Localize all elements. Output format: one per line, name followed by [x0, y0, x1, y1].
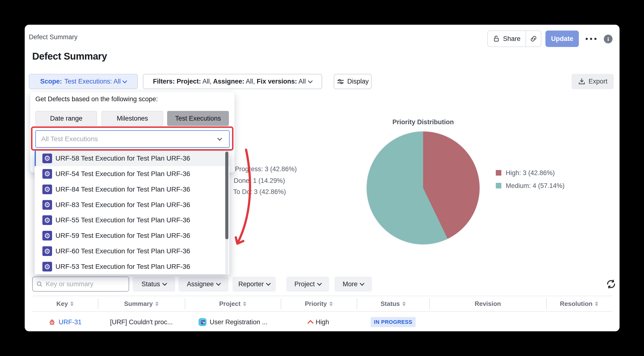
list-item[interactable]: ⚙URF-58 Test Execution for Test Plan URF… [35, 151, 229, 166]
cell-priority: High [281, 312, 357, 331]
more-filter-button[interactable]: More [334, 276, 372, 292]
list-item[interactable]: ⚙URF-60 Test Execution for Test Plan URF… [35, 244, 229, 259]
refresh-icon [606, 278, 617, 290]
project-avatar [198, 318, 207, 326]
status-legend-done: Done: 1 (14.29%) [234, 177, 285, 184]
priority-chart-title: Priority Distribution [367, 118, 480, 126]
list-item[interactable]: ⚙URF-59 Test Execution for Test Plan URF… [35, 228, 229, 244]
test-execution-options-list: ⚙URF-58 Test Execution for Test Plan URF… [35, 151, 229, 274]
scope-dropdown-button[interactable]: Scope: Test Executions: All [29, 74, 138, 89]
search-input[interactable] [45, 280, 119, 288]
test-execution-icon: ⚙ [42, 215, 52, 225]
copy-link-button[interactable] [526, 31, 541, 46]
display-button[interactable]: Display [334, 74, 372, 89]
table-header: Key Summary Project Priority Status Revi… [32, 296, 612, 312]
column-header-status[interactable]: Status [357, 296, 430, 311]
status-legend-in-progress: In Progress: 3 (42.86%) [228, 166, 297, 173]
project-filter-button[interactable]: Project [286, 276, 329, 292]
tab-milestones[interactable]: Milestones [102, 111, 163, 126]
list-item[interactable]: ⚙URF-83 Test Execution for Test Plan URF… [35, 197, 229, 213]
share-button-group: Share [487, 30, 541, 47]
annotation-highlight-box [31, 126, 234, 151]
sort-icon[interactable] [402, 302, 406, 306]
status-legend-todo: To Do: 3 (42.86%) [233, 188, 286, 196]
defects-table: Key Summary Project Priority Status Revi… [32, 296, 612, 331]
cell-resolution [546, 312, 612, 331]
list-item[interactable]: ⚙URF-55 Test Execution for Test Plan URF… [35, 213, 229, 228]
link-icon [530, 35, 537, 42]
more-menu-button[interactable] [582, 30, 600, 47]
test-execution-icon: ⚙ [42, 169, 52, 179]
unlock-icon [493, 35, 500, 42]
update-button[interactable]: Update [546, 30, 579, 47]
sort-icon[interactable] [155, 302, 159, 306]
test-execution-icon: ⚙ [42, 154, 52, 163]
assignee-filter-button[interactable]: Assignee [178, 276, 228, 292]
filters-fixversions-label: Fix versions: [255, 78, 297, 85]
cell-project: User Registration ... [185, 312, 281, 331]
tab-date-range[interactable]: Date range [35, 111, 97, 126]
tab-test-executions[interactable]: Test Executions [167, 111, 229, 126]
sort-icon[interactable] [243, 302, 246, 306]
sliders-icon [337, 78, 344, 86]
share-button[interactable]: Share [488, 31, 526, 46]
issue-key-link[interactable]: URF-31 [58, 318, 82, 326]
export-button[interactable]: Export [572, 74, 614, 89]
cell-status: IN PROGRESS [357, 312, 430, 331]
dot-icon [586, 38, 588, 40]
search-icon [36, 281, 43, 288]
filters-label: Filters: [153, 78, 175, 85]
filters-project-value: All, [201, 78, 212, 85]
reporter-filter-button[interactable]: Reporter [232, 276, 276, 292]
sort-icon[interactable] [330, 302, 333, 306]
sort-icon[interactable] [595, 302, 598, 306]
filters-assignee-label: Assignee: [212, 78, 244, 85]
chevron-down-icon [308, 78, 313, 83]
status-filter-button[interactable]: Status [133, 276, 175, 292]
status-badge: IN PROGRESS [370, 317, 416, 327]
list-item[interactable]: ⚙URF-84 Test Execution for Test Plan URF… [35, 182, 229, 197]
list-item[interactable]: ⚙URF-53 Test Execution for Test Plan URF… [35, 259, 229, 274]
export-label: Export [588, 78, 608, 85]
legend-swatch-medium [496, 183, 501, 188]
priority-high-icon [308, 320, 314, 326]
column-header-summary[interactable]: Summary [98, 296, 185, 311]
legend-label-medium: Medium: 4 (57.14%) [506, 182, 564, 190]
chevron-down-icon [216, 281, 221, 286]
test-execution-icon: ⚙ [42, 262, 52, 272]
filters-project-label: Project: [175, 78, 201, 85]
sort-icon[interactable] [70, 302, 74, 306]
share-label: Share [503, 35, 520, 42]
scope-label: Scope: [40, 78, 62, 85]
dot-icon [594, 38, 596, 40]
filters-fixversions-value: All [297, 78, 306, 85]
chevron-down-icon [360, 281, 364, 286]
column-header-project[interactable]: Project [185, 296, 281, 311]
column-header-priority[interactable]: Priority [281, 296, 357, 311]
column-header-resolution[interactable]: Resolution [546, 296, 612, 311]
screenshot-stage: Defect Summary Share Update i Defect Sum… [0, 0, 644, 356]
test-execution-icon: ⚙ [42, 200, 52, 210]
cell-summary: [URF] Couldn't proc... [98, 312, 185, 331]
display-label: Display [347, 78, 369, 85]
filters-dropdown-button[interactable]: Filters: Project: All, Assignee: All, Fi… [143, 74, 322, 89]
table-row[interactable]: URF-31 [URF] Couldn't proc... User Regis… [32, 312, 612, 331]
download-icon [578, 78, 586, 86]
bug-icon [48, 318, 56, 326]
refresh-button[interactable] [604, 276, 618, 292]
test-execution-icon: ⚙ [42, 246, 52, 256]
info-icon[interactable]: i [604, 35, 612, 43]
legend-label-high: High: 3 (42.86%) [506, 169, 555, 177]
test-execution-icon: ⚙ [42, 184, 52, 194]
legend-swatch-high [496, 170, 501, 176]
list-item[interactable]: ⚙URF-54 Test Execution for Test Plan URF… [35, 166, 229, 182]
scope-value: Test Executions: All [64, 78, 121, 85]
chevron-down-icon [162, 281, 167, 286]
cell-key: URF-31 [32, 312, 98, 331]
cell-revision [430, 312, 546, 331]
column-header-key[interactable]: Key [32, 296, 98, 311]
column-header-revision[interactable]: Revision [430, 296, 546, 311]
scrollbar-track[interactable] [225, 151, 228, 274]
breadcrumb[interactable]: Defect Summary [29, 34, 78, 41]
scrollbar-thumb[interactable] [225, 152, 228, 239]
